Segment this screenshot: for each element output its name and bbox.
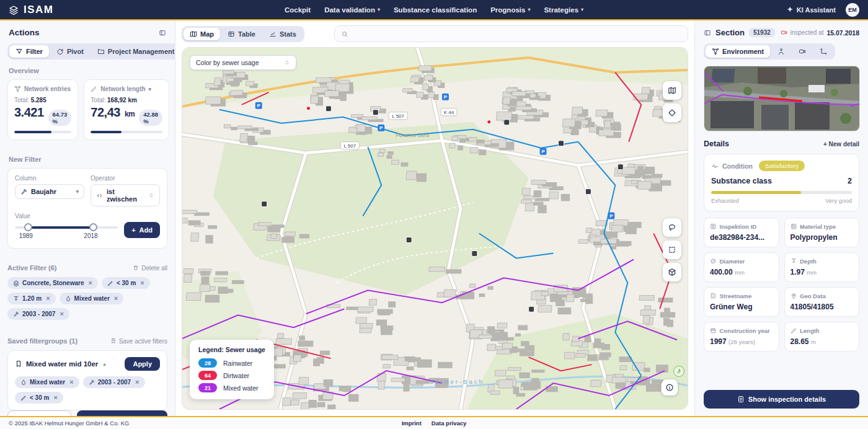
pencil-icon — [20, 395, 27, 401]
stat-card-network-entries: Network entries Total: 5.285 3.421 64.73… — [7, 79, 78, 140]
legend-item: 64 Dirtwater — [198, 371, 265, 380]
depth-icon — [13, 296, 19, 302]
filter-chip[interactable]: Concrete, Stoneware× — [7, 277, 98, 289]
brand[interactable]: ISAM — [9, 4, 176, 16]
svg-text:P: P — [444, 94, 448, 100]
section-panel: Section 51932 inspected at 15.07.2018 En… — [694, 20, 868, 416]
actions-sidebar: Actions Filter Pivot Project Management … — [0, 20, 175, 416]
road-label: K 44 — [444, 110, 454, 115]
color-by-select[interactable]: Color by sewer usage — [190, 55, 296, 70]
tab-video[interactable] — [792, 45, 812, 58]
remove-chip-icon[interactable]: × — [114, 295, 118, 302]
remove-chip-icon[interactable]: × — [46, 295, 50, 302]
details-title: Details — [704, 139, 729, 148]
chevron-down-icon: ▾ — [581, 7, 583, 12]
lasso-select-button[interactable] — [663, 218, 681, 237]
locate-button[interactable] — [663, 104, 681, 122]
filter-chip[interactable]: 1.20 m× — [7, 293, 56, 304]
inspected-at: inspected at 15.07.2018 — [781, 29, 860, 37]
main-nav: Cockpit Data validation▾ Substance class… — [176, 6, 692, 14]
filter-chip[interactable]: < 30 m× — [102, 277, 150, 289]
nav-item-substance-classification[interactable]: Substance classification — [394, 6, 477, 14]
value-range-slider[interactable]: 1989 2018 — [15, 222, 118, 241]
remove-chip-icon[interactable]: × — [135, 379, 139, 386]
operator-select[interactable]: ist zwischen — [91, 184, 160, 206]
substance-class-value: 2 — [848, 177, 852, 185]
stats-icon — [269, 30, 277, 38]
import-button[interactable]: Import — [7, 410, 71, 416]
overview-title: Overview — [9, 67, 166, 74]
tab-map[interactable]: Map — [184, 28, 220, 40]
map-canvas[interactable]: PPPPP L 507 L 507 K 44 — [182, 47, 688, 410]
nav-item-strategies[interactable]: Strategies▾ — [544, 6, 583, 14]
map-icon — [668, 86, 676, 95]
save-active-filters-button[interactable]: Save active filters — [110, 338, 167, 345]
show-inspection-details-button[interactable]: Show inspection details — [704, 390, 859, 409]
chevron-down-icon[interactable]: ▾ — [149, 86, 152, 92]
delete-all-button[interactable]: Delete all — [133, 265, 167, 272]
road-label: L 507 — [344, 143, 356, 149]
stat-percent-badge: 42.88 % — [139, 110, 162, 126]
search-input[interactable] — [353, 30, 681, 38]
tab-environment[interactable]: Environment — [706, 45, 770, 58]
sidebar-title: Actions — [9, 28, 40, 37]
nav-item-cockpit[interactable]: Cockpit — [285, 6, 311, 14]
map-info-button[interactable] — [662, 379, 678, 396]
tab-table[interactable]: Table — [221, 28, 262, 40]
remove-chip-icon[interactable]: × — [69, 379, 73, 386]
basemap-button[interactable] — [663, 81, 681, 100]
pulse-icon — [711, 162, 719, 170]
filter-chip[interactable]: 2003 - 2007× — [7, 308, 69, 320]
imprint-link[interactable]: Imprint — [402, 420, 422, 427]
detail-card-diameter: Diameter 400.00 mm — [704, 252, 779, 282]
condition-card: Condition Satisfactory Substance class 2… — [704, 154, 859, 211]
filter-chip[interactable]: 2003 - 2007× — [83, 376, 145, 388]
filter-chip[interactable]: < 30 m× — [15, 392, 63, 404]
tab-stats[interactable]: Stats — [263, 28, 303, 40]
new-filter-title: New Filter — [9, 156, 166, 163]
panel-icon — [159, 29, 166, 37]
view-3d-button[interactable] — [663, 263, 681, 281]
filter-chip[interactable]: Mixed water× — [60, 293, 124, 304]
collapse-panel-button[interactable] — [704, 29, 711, 37]
remove-chip-icon[interactable]: × — [53, 394, 57, 401]
diameter-icon — [710, 258, 717, 265]
chevron-up-icon[interactable]: ▴ — [103, 361, 106, 367]
tab-filter[interactable]: Filter — [9, 45, 49, 58]
apply-filtergroup-button[interactable]: Apply — [125, 357, 160, 371]
nav-item-prognosis[interactable]: Prognosis▾ — [490, 6, 530, 14]
active-filter-title: Active Filter (6) — [7, 264, 56, 272]
info-icon — [665, 383, 674, 392]
remove-chip-icon[interactable]: × — [88, 280, 92, 286]
aerial-photo[interactable] — [704, 66, 860, 131]
avatar[interactable]: EM — [846, 3, 859, 17]
svg-text:P: P — [541, 149, 545, 154]
new-detail-button[interactable]: + New detail — [823, 141, 859, 148]
detail-card-inspection-id: Inspektion ID de382984-234... — [704, 218, 779, 247]
add-filter-button[interactable]: +Add — [124, 222, 160, 238]
tab-project-management[interactable]: Project Management — [91, 45, 175, 58]
remove-chip-icon[interactable]: × — [140, 280, 144, 286]
column-select[interactable]: Baujahr ▾ — [15, 184, 84, 199]
detail-card-construction-year: Construction year 1997 (28 years) — [704, 322, 779, 352]
remove-chip-icon[interactable]: × — [60, 311, 63, 317]
tab-axis[interactable] — [813, 45, 833, 58]
footer: © 2025 IBAK Helmut Hunger GmbH & Co. KG … — [0, 416, 868, 429]
nav-item-data-validation[interactable]: Data validation▾ — [324, 6, 380, 14]
network-icon — [712, 48, 719, 55]
save-icon — [110, 338, 117, 344]
stat-card-network-length: Network length▾ Total: 168,92 km 72,43 k… — [84, 79, 169, 140]
search-field[interactable] — [334, 25, 688, 42]
rectangle-select-button[interactable] — [663, 241, 681, 259]
tab-person-view[interactable] — [771, 45, 791, 58]
ki-assistant-button[interactable]: ✦KI Assistant — [787, 6, 836, 14]
collapse-panel-button[interactable] — [159, 29, 166, 37]
slider-handle-max[interactable] — [89, 223, 97, 231]
filter-chip[interactable]: Mixed water× — [15, 376, 79, 388]
slider-handle-min[interactable] — [24, 223, 32, 231]
data-privacy-link[interactable]: Data privacy — [432, 420, 467, 427]
export-button[interactable]: Export▾ — [77, 410, 167, 416]
trash-icon — [133, 265, 139, 271]
layers-logo-icon — [9, 5, 19, 15]
tab-pivot[interactable]: Pivot — [50, 45, 90, 58]
